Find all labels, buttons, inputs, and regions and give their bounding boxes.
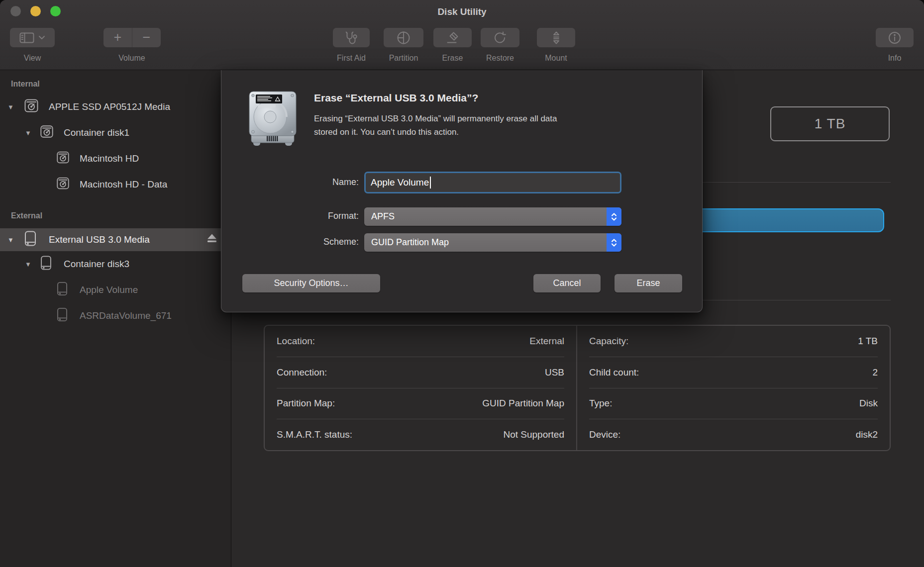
dialog-body-line2: stored on it. You can’t undo this action… bbox=[314, 125, 557, 139]
info-value: External bbox=[529, 336, 564, 347]
sidebar-item-asrdatavolume[interactable]: ASRDataVolume_671 bbox=[0, 303, 231, 329]
info-label: Type: bbox=[589, 398, 612, 409]
sidebar-item-apple-volume[interactable]: Apple Volume bbox=[0, 277, 231, 303]
info-column-left: Location: External Connection: USB Parti… bbox=[265, 326, 577, 450]
dialog-body: Erasing “External USB 3.0 Media” will pe… bbox=[314, 112, 557, 139]
sidebar-item-apple-ssd[interactable]: ▼ APPLE SSD AP0512J Media bbox=[0, 94, 231, 120]
volume-segmented-control: + − bbox=[103, 28, 161, 47]
info-value: disk2 bbox=[856, 429, 878, 440]
partition-button[interactable] bbox=[384, 28, 423, 47]
mount-label: Mount bbox=[537, 53, 575, 63]
name-input-inner[interactable]: Apple Volume bbox=[366, 173, 620, 192]
disk-utility-window: Disk Utility View + − Volume bbox=[0, 0, 924, 567]
remove-volume-button[interactable]: − bbox=[132, 28, 161, 47]
mount-eject-icon bbox=[550, 31, 563, 45]
info-label: Location: bbox=[277, 336, 315, 347]
sidebar-item-macintosh-hd[interactable]: Macintosh HD bbox=[0, 146, 231, 172]
info-row-type: Type: Disk bbox=[589, 388, 878, 419]
info-value: 1 TB bbox=[858, 336, 878, 347]
volume-label: Volume bbox=[103, 53, 160, 63]
info-icon bbox=[888, 31, 902, 45]
scheme-field-label: Scheme: bbox=[251, 237, 359, 247]
dialog-body-line1: Erasing “External USB 3.0 Media” will pe… bbox=[314, 112, 557, 125]
sidebar-item-label: Container disk3 bbox=[64, 259, 129, 270]
sidebar-item-label: Container disk1 bbox=[64, 127, 129, 138]
add-volume-button[interactable]: + bbox=[103, 28, 132, 47]
external-disk-icon bbox=[24, 231, 37, 249]
external-volume-icon bbox=[56, 282, 68, 298]
info-row-capacity: Capacity: 1 TB bbox=[589, 326, 878, 357]
internal-disk-icon bbox=[24, 98, 39, 116]
erase-dialog: Erase “External USB 3.0 Media”? Erasing … bbox=[221, 70, 703, 312]
info-column-right: Capacity: 1 TB Child count: 2 Type: Disk… bbox=[577, 326, 890, 450]
partition-label: Partition bbox=[384, 53, 423, 63]
capacity-badge-value: 1 TB bbox=[815, 116, 846, 132]
info-label: Partition Map: bbox=[277, 398, 335, 409]
sidebar-section-external: External bbox=[0, 209, 231, 223]
eject-icon[interactable] bbox=[206, 233, 218, 247]
info-row-location: Location: External bbox=[277, 326, 564, 357]
restore-arrow-icon bbox=[493, 31, 507, 45]
security-options-button[interactable]: Security Options… bbox=[242, 274, 380, 292]
partition-pie-icon bbox=[397, 31, 411, 45]
first-aid-button[interactable] bbox=[333, 28, 370, 47]
disclosure-triangle-icon[interactable]: ▼ bbox=[7, 236, 14, 244]
format-stepper-icon[interactable] bbox=[607, 207, 621, 226]
hard-drive-icon bbox=[248, 89, 297, 151]
format-select[interactable]: APFS bbox=[364, 207, 621, 226]
scheme-stepper-icon[interactable] bbox=[607, 233, 621, 252]
chevron-down-icon bbox=[38, 35, 45, 40]
name-field-label: Name: bbox=[251, 177, 359, 188]
info-value: USB bbox=[545, 367, 564, 378]
capacity-badge: 1 TB bbox=[770, 106, 890, 141]
erase-toolbar-button[interactable] bbox=[433, 28, 472, 47]
info-button[interactable] bbox=[876, 28, 914, 47]
info-label: Child count: bbox=[589, 367, 639, 378]
disclosure-triangle-icon[interactable]: ▼ bbox=[25, 261, 31, 268]
sidebar-section-internal: Internal bbox=[0, 77, 231, 91]
dialog-title: Erase “External USB 3.0 Media”? bbox=[314, 92, 478, 104]
sidebar-item-container-disk3[interactable]: ▼ Container disk3 bbox=[0, 251, 231, 277]
external-disk-icon bbox=[40, 256, 52, 273]
info-value: Not Supported bbox=[503, 429, 564, 440]
sidebar-layout-icon bbox=[19, 32, 34, 44]
volume-icon bbox=[56, 177, 70, 192]
scheme-select[interactable]: GUID Partition Map bbox=[364, 233, 621, 252]
restore-label: Restore bbox=[481, 53, 519, 63]
info-row-device: Device: disk2 bbox=[589, 419, 878, 450]
info-row-partition-map: Partition Map: GUID Partition Map bbox=[277, 388, 564, 419]
view-label: View bbox=[10, 53, 55, 63]
restore-button[interactable] bbox=[481, 28, 519, 47]
disk-info-panel: Location: External Connection: USB Parti… bbox=[264, 325, 891, 451]
erase-toolbar-label: Erase bbox=[433, 53, 472, 63]
toolbar: Disk Utility View + − Volume bbox=[0, 0, 924, 70]
info-value: GUID Partition Map bbox=[482, 398, 564, 409]
info-label: Info bbox=[876, 53, 914, 63]
sidebar-item-macintosh-hd-data[interactable]: Macintosh HD - Data bbox=[0, 172, 231, 197]
info-label: Device: bbox=[589, 429, 620, 440]
eraser-icon bbox=[446, 31, 460, 45]
sidebar-item-container-disk1[interactable]: ▼ Container disk1 bbox=[0, 120, 231, 146]
format-field-label: Format: bbox=[251, 211, 359, 221]
first-aid-label: First Aid bbox=[333, 53, 370, 63]
sidebar-item-label: Macintosh HD - Data bbox=[80, 179, 167, 190]
external-volume-icon bbox=[56, 307, 68, 324]
sidebar-item-external-usb[interactable]: ▼ External USB 3.0 Media bbox=[0, 228, 231, 251]
erase-confirm-button[interactable]: Erase bbox=[615, 274, 682, 292]
info-row-child-count: Child count: 2 bbox=[589, 357, 878, 388]
info-row-smart-status: S.M.A.R.T. status: Not Supported bbox=[277, 419, 564, 450]
sidebar-item-label: Macintosh HD bbox=[80, 153, 139, 164]
info-label: Connection: bbox=[277, 367, 327, 378]
cancel-button[interactable]: Cancel bbox=[533, 274, 601, 292]
sidebar-item-label: ASRDataVolume_671 bbox=[80, 310, 172, 321]
mount-button[interactable] bbox=[537, 28, 575, 47]
sidebar: Internal ▼ APPLE SSD AP0512J Media ▼ bbox=[0, 70, 231, 567]
view-button[interactable] bbox=[10, 28, 55, 47]
disclosure-triangle-icon[interactable]: ▼ bbox=[25, 129, 31, 137]
info-value: Disk bbox=[859, 398, 878, 409]
window-title: Disk Utility bbox=[0, 6, 924, 17]
name-input[interactable]: Apple Volume bbox=[364, 172, 621, 193]
volume-icon bbox=[56, 151, 70, 167]
disclosure-triangle-icon[interactable]: ▼ bbox=[7, 103, 14, 111]
stethoscope-icon bbox=[344, 31, 359, 45]
